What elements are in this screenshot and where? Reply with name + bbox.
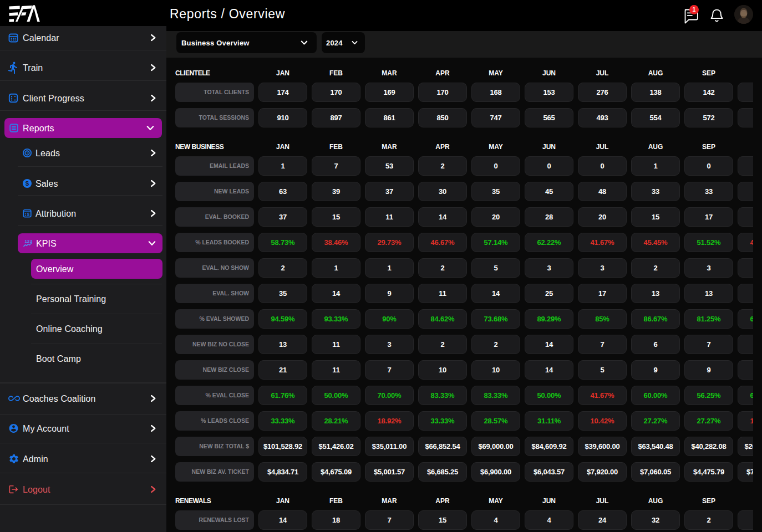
svg-text:$: $: [27, 212, 29, 217]
svg-text:$: $: [26, 180, 29, 187]
